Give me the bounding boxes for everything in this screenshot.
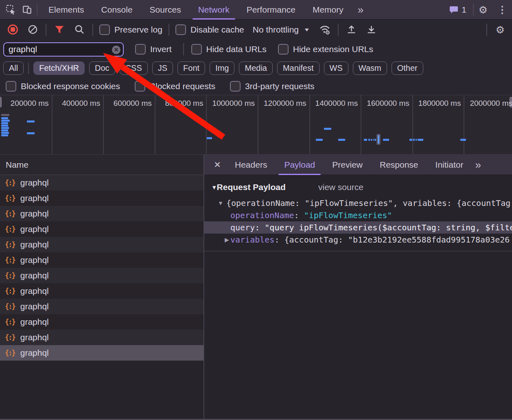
chip-img[interactable]: Img [210,61,234,75]
chip-manifest[interactable]: Manifest [277,61,319,75]
request-row[interactable]: {:}graphql [0,237,203,252]
request-row[interactable]: {:}graphql [0,268,203,283]
menu-dots-icon[interactable]: ⋮ [492,4,512,15]
tab-performance[interactable]: Performance [238,0,304,20]
request-name: graphql [20,286,49,296]
chip-font[interactable]: Font [177,61,205,75]
disclosure-triangle-icon[interactable]: ▶ [225,234,229,246]
checkbox[interactable] [135,81,145,92]
checkbox[interactable] [135,44,146,55]
issues-counter[interactable]: 1 [445,5,470,15]
filter-funnel-icon[interactable] [53,23,66,37]
invert-option[interactable]: Invert [135,44,172,55]
payload-separator: : [255,223,265,232]
request-name: graphql [20,271,49,280]
chip-fetch-xhr[interactable]: Fetch/XHR [33,61,85,75]
checkbox[interactable] [6,81,16,92]
disable-cache-option[interactable]: Disable cache [175,24,244,35]
checkbox[interactable] [191,44,202,55]
divider [46,24,46,36]
payload-line[interactable]: ▼{operationName: "ipFlowTimeseries", var… [204,197,512,209]
filter-row: ✕ Invert Hide data URLs Hide extension U… [0,39,512,59]
clear-icon[interactable] [26,23,39,37]
request-name: graphql [20,348,49,358]
json-xhr-icon: {:} [5,210,15,218]
request-row[interactable]: {:}graphql [0,314,203,330]
preserve-log-option[interactable]: Preserve log [99,24,162,35]
chip-doc[interactable]: Doc [89,61,115,75]
more-tabs-icon[interactable]: » [354,1,367,19]
network-settings-gear-icon[interactable]: ⚙ [493,23,507,37]
inspect-element-icon[interactable] [4,3,18,17]
request-row[interactable]: {:}graphql [0,221,203,237]
import-har-icon[interactable] [345,23,359,37]
view-source-link[interactable]: view source [318,182,363,192]
request-row[interactable]: {:}graphql [0,206,203,221]
hide-extension-urls-option[interactable]: Hide extension URLs [278,44,373,55]
hide-data-urls-option[interactable]: Hide data URLs [191,44,267,55]
chip-other[interactable]: Other [392,61,423,75]
name-column-header[interactable]: Name [0,155,203,175]
export-har-icon[interactable] [365,23,379,37]
payload-separator: : [274,235,284,245]
tab-preview[interactable]: Preview [324,155,371,175]
checkbox[interactable] [175,24,186,35]
checkbox[interactable] [99,24,110,35]
timeline-overview[interactable]: 200000 ms400000 ms600000 ms800000 ms1000… [0,95,512,155]
divider [92,24,93,36]
throttling-dropdown[interactable]: No throttling ▼ [250,25,312,35]
timeline-bar [368,139,370,141]
option-3rd-party-requests[interactable]: 3rd-party requests [230,81,314,92]
option-blocked-requests[interactable]: Blocked requests [135,81,215,92]
chip-wasm[interactable]: Wasm [353,61,387,75]
panel-splitter[interactable] [203,155,204,420]
payload-line[interactable]: query: "query ipFlowTimeseries($accountT… [204,221,512,234]
chip-all[interactable]: All [3,61,24,75]
request-row[interactable]: {:}graphql [0,190,203,206]
tab-memory[interactable]: Memory [304,0,352,20]
more-detail-tabs-icon[interactable]: » [472,156,484,174]
network-conditions-icon[interactable] [318,23,332,37]
timeline-bar [418,139,423,141]
request-row[interactable]: {:}graphql [0,299,203,314]
checkbox-label: Invert [150,44,172,54]
request-name: graphql [20,224,49,234]
record-icon[interactable] [6,23,20,37]
disclosure-triangle-icon[interactable]: ▼ [218,197,223,209]
search-icon[interactable] [72,23,86,37]
tab-headers[interactable]: Headers [226,155,276,175]
json-xhr-icon: {:} [5,256,15,264]
request-row[interactable]: {:}graphql [0,330,203,345]
checkbox[interactable] [278,44,289,55]
request-name: graphql [20,240,49,249]
throttling-value: No throttling [253,25,299,35]
settings-gear-icon[interactable]: ⚙ [476,3,490,17]
tab-elements[interactable]: Elements [40,0,93,20]
tab-network[interactable]: Network [190,0,238,20]
request-row[interactable]: {:}graphql [0,283,203,299]
chip-css[interactable]: CSS [120,61,148,75]
tab-payload[interactable]: Payload [276,155,324,175]
chip-js[interactable]: JS [152,61,173,75]
request-row[interactable]: {:}graphql [0,252,203,268]
payload-line[interactable]: ▶variables: {accountTag: "b12e3b2192ee55… [204,234,512,246]
option-blocked-response-cookies[interactable]: Blocked response cookies [6,81,120,92]
checkbox-label: Hide extension URLs [293,44,373,54]
device-toolbar-icon[interactable] [20,3,34,17]
checkbox[interactable] [230,81,241,92]
close-icon[interactable]: ✕ [208,160,226,170]
chip-ws[interactable]: WS [324,61,348,75]
section-collapse-icon[interactable]: ▾ [212,183,216,192]
timeline-bar [416,139,417,141]
request-payload-section[interactable]: ▾ Request Payload view source [204,181,512,194]
tab-sources[interactable]: Sources [141,0,190,20]
tab-response[interactable]: Response [371,155,427,175]
tab-initiator[interactable]: Initiator [427,155,472,175]
request-row[interactable]: {:}graphql [0,175,203,190]
payload-line[interactable]: operationName: "ipFlowTimeseries" [204,209,512,221]
chip-media[interactable]: Media [239,61,272,75]
timeline-bar [409,139,412,141]
clear-filter-icon[interactable]: ✕ [112,46,120,54]
request-row[interactable]: {:}graphql [0,345,203,361]
tab-console[interactable]: Console [93,0,141,20]
